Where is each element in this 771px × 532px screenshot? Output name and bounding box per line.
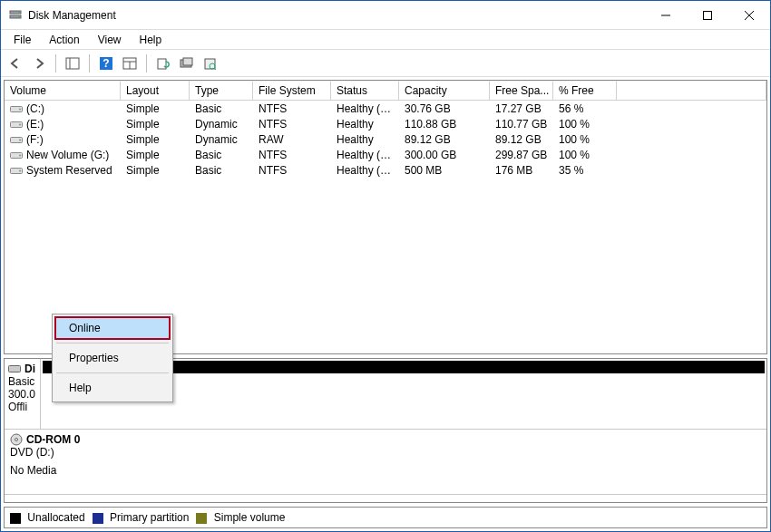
vol-free: 110.77 GB [490, 118, 553, 131]
cdrom-state-label: No Media [10, 464, 743, 477]
menu-file[interactable]: File [6, 32, 38, 48]
vol-name: (F:) [26, 133, 44, 146]
legend-unallocated-label: Unallocated [27, 511, 84, 524]
cdrom-row[interactable]: CD-ROM 0 DVD (D:) No Media [5, 430, 766, 495]
vol-cap: 110.88 GB [399, 118, 490, 131]
vol-pct: 56 % [553, 102, 617, 115]
table-row[interactable]: (F:) Simple Dynamic RAW Healthy 89.12 GB… [5, 131, 766, 147]
vol-layout: Simple [121, 133, 190, 146]
back-button[interactable] [5, 53, 26, 74]
vol-cap: 300.00 GB [399, 149, 490, 161]
ctx-separator [56, 372, 169, 373]
disk-size-label: 300.0 [8, 388, 40, 401]
column-headers: Volume Layout Type File System Status Ca… [5, 81, 766, 101]
vol-status: Healthy (S... [331, 164, 399, 177]
vol-name: (C:) [26, 102, 44, 115]
vol-type: Basic [190, 164, 253, 177]
table-row[interactable]: (C:) Simple Basic NTFS Healthy (B... 30.… [5, 101, 766, 116]
app-icon [8, 8, 23, 23]
table-row[interactable]: New Volume (G:) Simple Basic NTFS Health… [5, 147, 766, 162]
svg-point-3 [18, 15, 20, 17]
vol-name: New Volume (G:) [26, 149, 109, 161]
minimize-button[interactable] [645, 2, 687, 29]
vol-fs: NTFS [253, 164, 331, 177]
col-layout[interactable]: Layout [121, 81, 190, 100]
vol-layout: Simple [121, 164, 190, 177]
show-hide-tree-button[interactable] [62, 53, 83, 74]
toolbar-separator [89, 54, 90, 73]
cdrom-summary[interactable]: CD-ROM 0 DVD (D:) No Media [5, 430, 748, 494]
col-type[interactable]: Type [190, 81, 253, 100]
col-status[interactable]: Status [331, 81, 399, 100]
close-button[interactable] [728, 2, 770, 29]
vol-status: Healthy [331, 118, 399, 131]
disk-state-label: Offli [8, 401, 40, 413]
legend-primary: Primary partition [93, 511, 190, 524]
svg-point-22 [19, 108, 21, 110]
ctx-online[interactable]: Online [54, 316, 171, 340]
col-rest[interactable] [617, 81, 766, 100]
svg-point-28 [19, 154, 21, 156]
vol-fs: NTFS [253, 149, 331, 161]
legend-primary-label: Primary partition [110, 511, 189, 524]
vol-fs: NTFS [253, 118, 331, 131]
refresh-button[interactable] [152, 53, 174, 74]
disk-summary[interactable]: Di Basic 300.0 Offli [5, 359, 41, 429]
col-filesystem[interactable]: File System [253, 81, 331, 100]
help-button[interactable]: ? [95, 53, 117, 74]
legend-simple: Simple volume [196, 511, 285, 524]
context-menu: Online Properties Help [52, 314, 173, 402]
content-area: Volume Layout Type File System Status Ca… [1, 77, 770, 531]
vol-pct: 100 % [553, 118, 617, 131]
svg-rect-8 [66, 58, 79, 69]
volume-icon [10, 166, 23, 176]
vol-cap: 500 MB [399, 164, 490, 177]
menu-help[interactable]: Help [132, 32, 170, 48]
vol-type: Dynamic [190, 118, 253, 131]
swatch-simple [196, 513, 207, 524]
window-title: Disk Management [28, 9, 116, 22]
vol-layout: Simple [121, 149, 190, 161]
svg-point-26 [19, 139, 21, 140]
vol-fs: RAW [253, 133, 331, 146]
menubar: File Action View Help [1, 30, 770, 50]
svg-point-33 [15, 439, 18, 441]
disk-type-label: Basic [8, 375, 40, 388]
swatch-primary [93, 513, 103, 524]
menu-action[interactable]: Action [42, 32, 86, 48]
ctx-properties[interactable]: Properties [54, 346, 171, 370]
maximize-button[interactable] [687, 2, 728, 29]
col-free[interactable]: Free Spa... [490, 81, 553, 100]
titlebar: Disk Management [1, 1, 770, 30]
svg-point-2 [18, 11, 20, 13]
volume-icon [10, 120, 23, 130]
cdrom-type-label: DVD (D:) [10, 446, 743, 459]
col-capacity[interactable]: Capacity [399, 81, 490, 100]
vol-pct: 100 % [553, 133, 617, 146]
properties-button[interactable] [200, 53, 221, 74]
vol-cap: 30.76 GB [399, 102, 490, 115]
vol-name: System Reserved [26, 164, 112, 177]
vol-status: Healthy (P... [331, 149, 399, 161]
vol-free: 89.12 GB [490, 133, 553, 146]
table-row[interactable]: (E:) Simple Dynamic NTFS Healthy 110.88 … [5, 116, 766, 131]
vol-fs: NTFS [253, 102, 331, 115]
vol-type: Dynamic [190, 133, 253, 146]
svg-point-24 [19, 123, 21, 125]
vol-cap: 89.12 GB [399, 133, 490, 146]
vol-pct: 35 % [553, 164, 617, 177]
svg-point-30 [19, 169, 21, 171]
settings-button[interactable] [119, 53, 141, 74]
col-pctfree[interactable]: % Free [553, 81, 617, 100]
swatch-unallocated [10, 513, 21, 524]
table-row[interactable]: System Reserved Simple Basic NTFS Health… [5, 162, 766, 178]
svg-rect-31 [9, 366, 21, 372]
forward-button[interactable] [28, 53, 50, 74]
legend-unallocated: Unallocated [10, 511, 85, 524]
col-volume[interactable]: Volume [5, 81, 121, 100]
ctx-help[interactable]: Help [54, 376, 171, 400]
svg-text:?: ? [102, 57, 109, 70]
menu-view[interactable]: View [91, 32, 129, 48]
rescan-button[interactable] [176, 53, 198, 74]
toolbar: ? [1, 50, 770, 77]
